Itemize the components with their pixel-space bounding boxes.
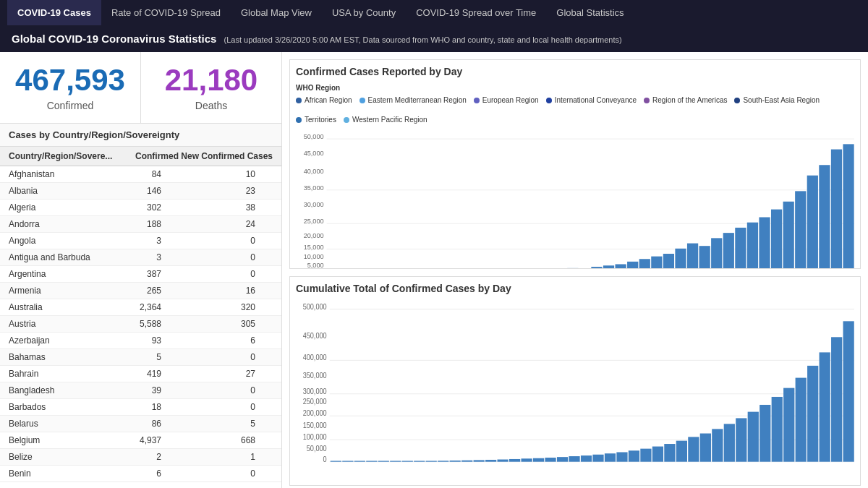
svg-text:50,000: 50,000 [304, 133, 324, 140]
confirmed-stat-box: 467,593 Confirmed [0, 52, 140, 123]
table-row: Austria5,588305 [0, 316, 281, 333]
nav-item-spread-time[interactable]: COVID-19 Spread over Time [406, 0, 546, 25]
svg-rect-121 [843, 321, 854, 461]
table-row: Albania14623 [0, 183, 281, 200]
nav-item-global-stats[interactable]: Global Statistics [546, 0, 634, 25]
legend-label: Western Pacific Region [352, 114, 427, 126]
chart1-title: Confirmed Cases Reported by Day [296, 66, 854, 77]
legend-label: Region of the Americas [652, 94, 727, 106]
svg-rect-49 [711, 238, 722, 269]
svg-text:0: 0 [323, 455, 327, 463]
cell-confirmed: 18 [114, 402, 179, 412]
svg-rect-41 [615, 264, 626, 269]
svg-rect-52 [747, 223, 758, 269]
table-row: Bangladesh390 [0, 382, 281, 399]
svg-text:35,000: 35,000 [304, 184, 324, 192]
table-row: Bahrain41927 [0, 366, 281, 382]
table-row: Algeria30238 [0, 200, 281, 216]
cell-country: Angola [9, 236, 114, 246]
table-body[interactable]: Afghanistan8410Albania14623Algeria30238A… [0, 166, 281, 488]
confirmed-number: 467,593 [14, 64, 126, 97]
svg-rect-91 [485, 460, 496, 462]
cell-new: 0 [179, 352, 273, 362]
svg-rect-78 [331, 461, 341, 461]
table-row: Australia2,364320 [0, 299, 281, 316]
svg-text:300,000: 300,000 [303, 387, 327, 395]
table-row: Bahamas50 [0, 349, 281, 366]
cell-country: Antigua and Barbuda [9, 252, 114, 262]
col-new-confirmed: New Confirmed Cases [179, 151, 273, 161]
svg-rect-86 [426, 461, 437, 461]
cell-new: 24 [179, 219, 273, 229]
svg-rect-47 [687, 244, 698, 269]
cell-new: 38 [179, 202, 273, 213]
legend-label: International Conveyance [555, 94, 637, 106]
cell-country: Algeria [9, 202, 114, 213]
svg-rect-85 [414, 461, 425, 461]
chart1-area: 50,000 45,000 40,000 35,000 30,000 25,00… [296, 129, 854, 269]
svg-rect-87 [438, 461, 448, 461]
svg-text:5,000: 5,000 [307, 262, 324, 269]
table-row: Azerbaijan936 [0, 333, 281, 349]
svg-text:10,000: 10,000 [304, 253, 324, 260]
svg-text:150,000: 150,000 [303, 421, 327, 430]
cell-confirmed: 265 [114, 286, 179, 296]
svg-text:450,000: 450,000 [303, 331, 327, 340]
legend-dot [359, 98, 365, 103]
cell-confirmed: 5 [114, 352, 179, 362]
legend-label: European Region [482, 94, 539, 106]
svg-rect-102 [616, 452, 627, 461]
svg-text:500,000: 500,000 [303, 302, 327, 311]
table-row: Armenia26516 [0, 283, 281, 299]
table-row: Belgium4,937668 [0, 432, 281, 449]
cell-country: Bahamas [9, 352, 114, 362]
legend-item: European Region [474, 94, 539, 106]
deaths-label: Deaths [156, 100, 267, 111]
legend-item: Eastern Mediterranean Region [359, 94, 467, 106]
legend-dot [546, 98, 552, 103]
cell-country: Barbados [9, 402, 114, 412]
header-subtitle: (Last updated 3/26/2020 5:00 AM EST, Dat… [224, 35, 622, 44]
nav-item-rate-spread[interactable]: Rate of COVID-19 Spread [101, 0, 231, 25]
svg-rect-105 [652, 447, 663, 462]
cell-country: Afghanistan [9, 169, 114, 179]
cell-new: 23 [179, 186, 273, 196]
nav-item-map-view[interactable]: Global Map View [231, 0, 322, 25]
svg-rect-116 [783, 388, 794, 462]
cell-confirmed: 39 [114, 385, 179, 395]
cell-country: Benin [9, 468, 114, 479]
nav-item-covid19-cases[interactable]: COVID-19 Cases [7, 0, 101, 25]
svg-rect-51 [735, 228, 746, 269]
legend-label: African Region [305, 94, 352, 106]
table-row: Angola30 [0, 233, 281, 249]
svg-text:250,000: 250,000 [303, 398, 327, 406]
svg-rect-117 [796, 378, 807, 462]
chart1-legend: WHO Region African RegionEastern Mediter… [296, 82, 854, 126]
legend-dot [644, 98, 650, 103]
svg-rect-46 [675, 249, 686, 269]
nav-item-usa-county[interactable]: USA by County [322, 0, 406, 25]
confirmed-label: Confirmed [14, 100, 126, 111]
svg-rect-108 [688, 437, 699, 461]
svg-rect-80 [354, 461, 365, 461]
cell-new: 305 [179, 319, 273, 329]
deaths-number: 21,180 [156, 64, 267, 97]
cell-confirmed: 84 [114, 169, 179, 179]
svg-rect-39 [591, 267, 602, 269]
cell-confirmed: 419 [114, 369, 179, 379]
svg-rect-120 [831, 337, 842, 461]
header-banner: Global COVID-19 Coronavirus Statistics (… [0, 25, 868, 52]
cell-country: Belize [9, 452, 114, 462]
legend-label: Eastern Mediterranean Region [368, 94, 467, 106]
svg-rect-103 [629, 450, 639, 461]
cell-country: Australia [9, 302, 114, 312]
svg-rect-112 [736, 418, 746, 461]
cell-confirmed: 2 [114, 452, 179, 462]
svg-rect-90 [474, 460, 485, 461]
cell-country: Albania [9, 186, 114, 196]
svg-rect-96 [545, 458, 556, 462]
svg-text:20,000: 20,000 [304, 232, 324, 239]
cell-confirmed: 2,364 [114, 302, 179, 312]
table-title: Cases by Country/Region/Sovereignty [0, 124, 281, 147]
table-row: Benin60 [0, 466, 281, 482]
